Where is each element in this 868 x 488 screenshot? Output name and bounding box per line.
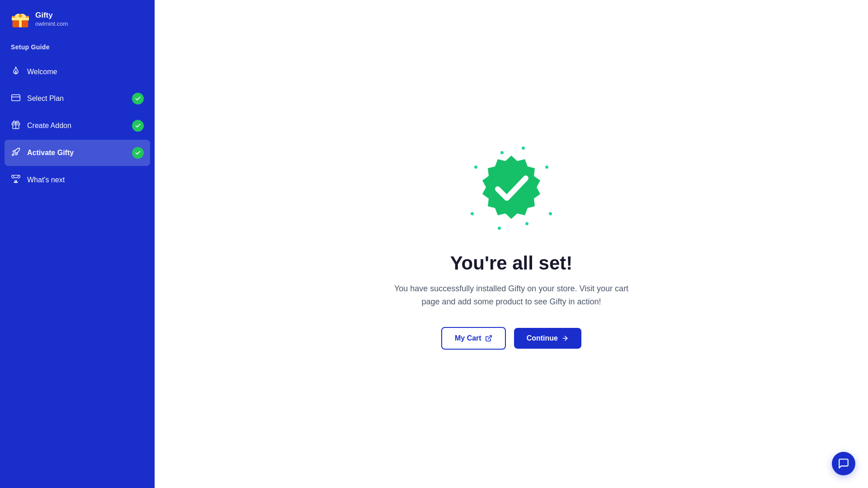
badge-wrapper xyxy=(462,138,561,238)
chat-icon xyxy=(838,458,849,469)
action-buttons: My Cart Continue xyxy=(441,327,581,350)
decorative-dot-4 xyxy=(549,212,552,215)
sidebar-item-whats-next-label: What's next xyxy=(27,176,65,184)
decorative-dot-8 xyxy=(474,166,477,169)
success-badge xyxy=(475,152,547,224)
sidebar-header: Gifty owlmint.com xyxy=(0,0,155,39)
sidebar-nav: Welcome Select Plan xyxy=(0,59,155,488)
sidebar-item-welcome[interactable]: Welcome xyxy=(0,59,155,85)
rocket-icon xyxy=(11,147,21,159)
setup-guide-label: Setup Guide xyxy=(0,39,155,59)
external-link-icon xyxy=(485,335,492,342)
arrow-right-icon xyxy=(561,335,569,342)
sidebar-item-select-plan[interactable]: Select Plan xyxy=(0,85,155,112)
svg-line-14 xyxy=(488,336,491,339)
trophy-icon xyxy=(11,174,21,185)
app-domain: owlmint.com xyxy=(35,20,68,28)
sidebar-item-create-addon[interactable]: Create Addon xyxy=(0,113,155,139)
svg-point-7 xyxy=(19,14,22,18)
app-name: Gifty xyxy=(35,11,68,20)
sidebar-item-select-plan-label: Select Plan xyxy=(27,95,64,103)
credit-card-icon xyxy=(11,93,21,104)
svg-rect-4 xyxy=(12,18,29,20)
select-plan-check xyxy=(132,93,144,104)
main-content: You're all set! You have successfully in… xyxy=(155,0,868,488)
sidebar-item-whats-next[interactable]: What's next xyxy=(0,167,155,193)
success-title: You're all set! xyxy=(450,252,573,274)
decorative-dot-2 xyxy=(522,147,525,150)
decorative-dot-7 xyxy=(471,212,474,215)
decorative-dot-1 xyxy=(500,151,504,154)
logo-icon xyxy=(11,10,30,29)
chat-button[interactable] xyxy=(832,452,855,475)
decorative-dot-3 xyxy=(545,166,548,169)
activate-gifty-check xyxy=(132,147,144,159)
gift-icon xyxy=(11,120,21,132)
continue-button[interactable]: Continue xyxy=(514,328,581,349)
sidebar-item-welcome-label: Welcome xyxy=(27,68,57,76)
sidebar-item-create-addon-label: Create Addon xyxy=(27,122,71,130)
continue-label: Continue xyxy=(527,334,558,342)
decorative-dot-5 xyxy=(525,222,528,225)
sidebar-item-activate-gifty-label: Activate Gifty xyxy=(27,149,74,157)
success-card: You're all set! You have successfully in… xyxy=(389,138,633,350)
logo-text: Gifty owlmint.com xyxy=(35,11,68,28)
decorative-dot-6 xyxy=(498,227,501,230)
my-cart-label: My Cart xyxy=(455,334,481,342)
svg-rect-8 xyxy=(12,95,20,100)
sidebar-item-activate-gifty[interactable]: Activate Gifty xyxy=(5,140,150,166)
flame-icon xyxy=(11,66,21,77)
my-cart-button[interactable]: My Cart xyxy=(441,327,506,350)
sidebar: Gifty owlmint.com Setup Guide Welcome xyxy=(0,0,155,488)
create-addon-check xyxy=(132,120,144,132)
success-subtitle: You have successfully installed Gifty on… xyxy=(389,282,633,308)
